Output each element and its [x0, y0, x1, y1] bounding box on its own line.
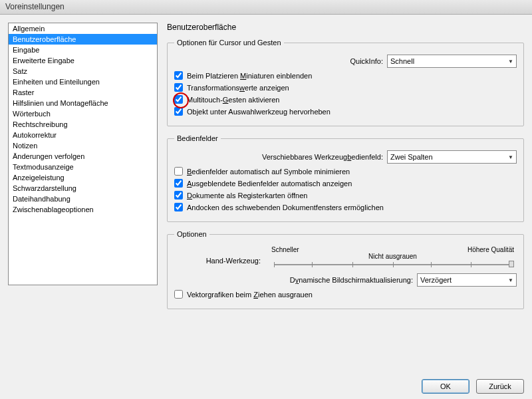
dialog-buttons: OK Zurück [422, 379, 524, 394]
dropdown-icon: ▼ [508, 59, 513, 65]
cb-minimize-label: Bedienfelder automatisch auf Symbole min… [187, 168, 350, 176]
sidebar-item[interactable]: Benutzeroberfläche [9, 34, 157, 45]
dropdown-icon: ▼ [508, 277, 513, 283]
sidebar-item[interactable]: Allgemein [9, 23, 157, 34]
quickinfo-select[interactable]: Schnell ▼ [387, 55, 517, 68]
cb-tabs-label: Dokumente als Registerkarten öffnen [187, 192, 307, 200]
cb-thumbnails-label: Beim Platzieren Miniaturen einblenden [187, 72, 312, 80]
cb-highlight-label: Objekt unter Auswahlwerkzeug hervorheben [187, 108, 331, 116]
cb-tabs[interactable]: Dokumente als Registerkarten öffnen [174, 191, 517, 200]
sidebar-item[interactable]: Wörterbuch [9, 108, 157, 119]
category-sidebar[interactable]: AllgemeinBenutzeroberflächeEingabeErweit… [8, 23, 158, 285]
sidebar-item[interactable]: Textmodusanzeige [9, 162, 157, 172]
cb-dock[interactable]: Andocken des schwebenden Dokumentfenster… [174, 203, 517, 211]
cb-minimize[interactable]: Bedienfelder automatisch auf Symbole min… [174, 167, 517, 176]
cb-vector-greek[interactable]: Vektorgrafiken beim Ziehen ausgrauen [174, 290, 517, 299]
cb-multitouch-label: Multitouch-Gesten aktivieren [187, 96, 279, 104]
group-options: Optionen Hand-Werkzeug: Schneller Höhere… [167, 230, 524, 309]
cb-multitouch[interactable]: Multitouch-Gesten aktivieren [174, 95, 517, 104]
sidebar-item[interactable]: Dateihandhabung [9, 194, 157, 204]
sidebar-item[interactable]: Änderungen verfolgen [9, 151, 157, 162]
cb-vector-label: Vektorgrafiken beim Ziehen ausgrauen [187, 291, 313, 299]
sidebar-item[interactable]: Raster [9, 87, 157, 98]
sidebar-item[interactable]: Autokorrektur [9, 130, 157, 140]
window-title: Voreinstellungen [5, 2, 65, 11]
slider-caption: Nicht ausgrauen [269, 253, 517, 260]
ok-button[interactable]: OK [422, 379, 469, 394]
slider-thumb[interactable] [509, 261, 514, 267]
slider-track[interactable] [274, 264, 511, 265]
dyn-update-value: Verzögert [420, 276, 452, 284]
cb-highlight[interactable]: Objekt unter Auswahlwerkzeug hervorheben [174, 107, 517, 116]
quickinfo-label: QuickInfo: [350, 57, 383, 65]
group-cursor-legend: Optionen für Cursor und Gesten [174, 39, 284, 47]
sidebar-item[interactable]: Schwarzdarstellung [9, 183, 157, 194]
toolpanel-label: Verschiebbares Werkzeugbedienfeld: [262, 153, 383, 161]
dyn-update-select[interactable]: Verzögert ▼ [417, 273, 517, 287]
cb-dock-label: Andocken des schwebenden Dokumentfenster… [187, 203, 384, 211]
cb-show-hidden-label: Ausgeblendete Bedienfelder automatisch a… [187, 180, 352, 188]
main-panel: Benutzeroberfläche Optionen für Cursor u… [167, 23, 524, 317]
hand-slider[interactable]: Schneller Höhere Qualität Nicht ausgraue… [269, 246, 517, 268]
sidebar-item[interactable]: Einheiten und Einteilungen [9, 76, 157, 87]
dyn-update-label: Dynamische Bildschirmaktualisierung: [290, 276, 413, 284]
cb-thumbnails[interactable]: Beim Platzieren Miniaturen einblenden [174, 71, 517, 80]
sidebar-item[interactable]: Rechtschreibung [9, 119, 157, 130]
sidebar-item[interactable]: Hilfslinien und Montagefläche [9, 98, 157, 108]
dialog-content: AllgemeinBenutzeroberflächeEingabeErweit… [0, 15, 532, 317]
group-cursor-gestures: Optionen für Cursor und Gesten QuickInfo… [167, 39, 524, 126]
sidebar-item[interactable]: Zwischenablageoptionen [9, 204, 157, 215]
cb-transform-label: Transformationswerte anzeigen [187, 84, 289, 92]
group-options-legend: Optionen [174, 230, 209, 238]
sidebar-item[interactable]: Notizen [9, 140, 157, 151]
quickinfo-value: Schnell [390, 57, 414, 65]
cb-show-hidden[interactable]: Ausgeblendete Bedienfelder automatisch a… [174, 179, 517, 188]
group-panels-legend: Bedienfelder [174, 134, 221, 142]
sidebar-item[interactable]: Satz [9, 66, 157, 76]
sidebar-item[interactable]: Anzeigeleistung [9, 172, 157, 183]
toolpanel-select[interactable]: Zwei Spalten ▼ [387, 150, 517, 164]
back-button[interactable]: Zurück [476, 379, 524, 394]
slider-left-label: Schneller [271, 246, 299, 253]
panel-heading: Benutzeroberfläche [167, 23, 524, 32]
group-panels: Bedienfelder Verschiebbares Werkzeugbedi… [167, 134, 524, 222]
window-titlebar: Voreinstellungen [0, 0, 532, 15]
sidebar-item[interactable]: Eingabe [9, 45, 157, 55]
cb-transform[interactable]: Transformationswerte anzeigen [174, 83, 517, 92]
slider-right-label: Höhere Qualität [467, 246, 514, 253]
toolpanel-value: Zwei Spalten [390, 153, 433, 161]
dropdown-icon: ▼ [508, 154, 513, 160]
hand-tool-label: Hand-Werkzeug: [174, 246, 261, 265]
sidebar-item[interactable]: Erweiterte Eingabe [9, 55, 157, 66]
